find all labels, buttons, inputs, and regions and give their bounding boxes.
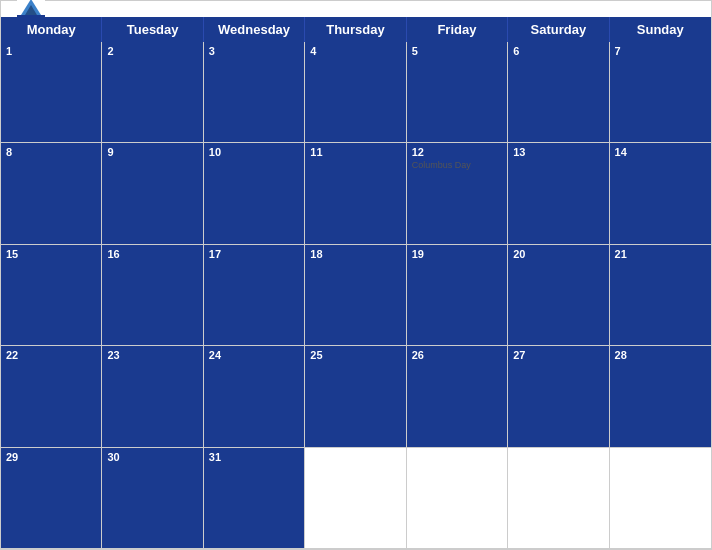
day-cell: 12Columbus Day bbox=[407, 143, 508, 244]
day-cell: 9 bbox=[102, 143, 203, 244]
day-header-saturday: Saturday bbox=[508, 17, 609, 42]
day-cell: 28 bbox=[610, 346, 711, 447]
day-cell: 25 bbox=[305, 346, 406, 447]
day-number: 16 bbox=[107, 248, 197, 260]
day-number: 17 bbox=[209, 248, 299, 260]
day-header-wednesday: Wednesday bbox=[204, 17, 305, 42]
day-cell: 10 bbox=[204, 143, 305, 244]
day-number: 1 bbox=[6, 45, 96, 57]
day-cell: 5 bbox=[407, 42, 508, 143]
day-number: 3 bbox=[209, 45, 299, 57]
day-number: 24 bbox=[209, 349, 299, 361]
day-number: 13 bbox=[513, 146, 603, 158]
day-cell: 4 bbox=[305, 42, 406, 143]
day-number: 10 bbox=[209, 146, 299, 158]
day-cell: 20 bbox=[508, 245, 609, 346]
day-number: 14 bbox=[615, 146, 706, 158]
day-cell: 27 bbox=[508, 346, 609, 447]
day-cell bbox=[407, 448, 508, 549]
day-number: 23 bbox=[107, 349, 197, 361]
day-cell: 29 bbox=[1, 448, 102, 549]
calendar-header bbox=[1, 1, 711, 17]
day-number: 5 bbox=[412, 45, 502, 57]
day-number: 29 bbox=[6, 451, 96, 463]
day-cell: 7 bbox=[610, 42, 711, 143]
day-number: 6 bbox=[513, 45, 603, 57]
day-number: 15 bbox=[6, 248, 96, 260]
day-number: 11 bbox=[310, 146, 400, 158]
day-header-friday: Friday bbox=[407, 17, 508, 42]
day-cell: 23 bbox=[102, 346, 203, 447]
day-cell: 16 bbox=[102, 245, 203, 346]
day-number: 21 bbox=[615, 248, 706, 260]
day-number: 25 bbox=[310, 349, 400, 361]
day-cell bbox=[508, 448, 609, 549]
day-cell: 6 bbox=[508, 42, 609, 143]
day-number: 20 bbox=[513, 248, 603, 260]
day-number: 22 bbox=[6, 349, 96, 361]
day-cell: 3 bbox=[204, 42, 305, 143]
day-number: 30 bbox=[107, 451, 197, 463]
day-headers-row: Monday Tuesday Wednesday Thursday Friday… bbox=[1, 17, 711, 42]
day-cell bbox=[610, 448, 711, 549]
day-number: 7 bbox=[615, 45, 706, 57]
day-cell: 11 bbox=[305, 143, 406, 244]
day-number: 27 bbox=[513, 349, 603, 361]
day-header-tuesday: Tuesday bbox=[102, 17, 203, 42]
calendar-grid: 123456789101112Columbus Day1314151617181… bbox=[1, 42, 711, 549]
day-cell: 15 bbox=[1, 245, 102, 346]
day-cell: 24 bbox=[204, 346, 305, 447]
day-cell: 13 bbox=[508, 143, 609, 244]
day-cell: 17 bbox=[204, 245, 305, 346]
generalblue-logo-icon bbox=[17, 0, 45, 23]
day-cell bbox=[305, 448, 406, 549]
day-cell: 31 bbox=[204, 448, 305, 549]
day-number: 4 bbox=[310, 45, 400, 57]
day-number: 19 bbox=[412, 248, 502, 260]
day-cell: 14 bbox=[610, 143, 711, 244]
day-cell: 19 bbox=[407, 245, 508, 346]
day-cell: 18 bbox=[305, 245, 406, 346]
event-label: Columbus Day bbox=[412, 160, 502, 170]
day-number: 18 bbox=[310, 248, 400, 260]
day-number: 28 bbox=[615, 349, 706, 361]
day-number: 8 bbox=[6, 146, 96, 158]
day-number: 31 bbox=[209, 451, 299, 463]
logo-area bbox=[17, 0, 49, 23]
day-header-thursday: Thursday bbox=[305, 17, 406, 42]
day-cell: 21 bbox=[610, 245, 711, 346]
day-number: 2 bbox=[107, 45, 197, 57]
day-cell: 30 bbox=[102, 448, 203, 549]
day-number: 9 bbox=[107, 146, 197, 158]
day-cell: 8 bbox=[1, 143, 102, 244]
day-number: 26 bbox=[412, 349, 502, 361]
day-number: 12 bbox=[412, 146, 502, 158]
calendar-container: Monday Tuesday Wednesday Thursday Friday… bbox=[0, 0, 712, 550]
svg-rect-3 bbox=[17, 15, 45, 23]
day-cell: 26 bbox=[407, 346, 508, 447]
day-cell: 2 bbox=[102, 42, 203, 143]
day-cell: 22 bbox=[1, 346, 102, 447]
day-header-sunday: Sunday bbox=[610, 17, 711, 42]
day-cell: 1 bbox=[1, 42, 102, 143]
